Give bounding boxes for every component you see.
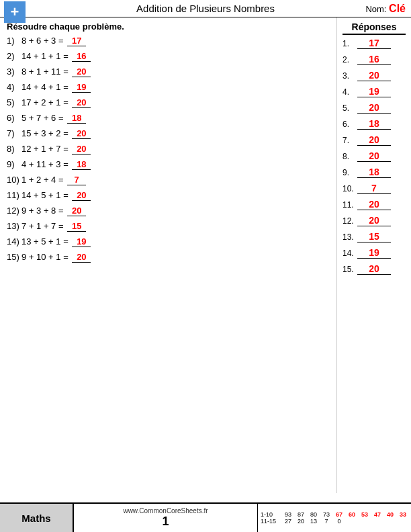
- answer-row: 3. 20: [342, 70, 406, 81]
- footer-page: 1: [162, 515, 169, 529]
- answer-row: 13. 15: [342, 231, 406, 242]
- problem-row: 7) 15 + 3 + 2 = 20: [7, 128, 330, 139]
- problem-text: 1 + 2 + 4 = 7: [21, 175, 86, 185]
- problem-row: 15) 9 + 10 + 1 = 20: [7, 252, 330, 263]
- problem-number: 11): [7, 190, 21, 200]
- problem-number: 14): [7, 236, 21, 247]
- problem-row: 12) 9 + 3 + 8 = 20: [7, 206, 330, 216]
- answers-title: Réponses: [342, 21, 406, 35]
- problem-answer: 16: [72, 51, 91, 62]
- problem-number: 15): [7, 252, 21, 262]
- answer-value: 17: [357, 38, 391, 49]
- problem-row: 11) 14 + 5 + 1 = 20: [7, 190, 330, 201]
- answer-value: 20: [357, 102, 391, 114]
- problem-answer: 20: [67, 206, 86, 216]
- footer-maths-label: Maths: [0, 504, 74, 532]
- answer-number: 13.: [342, 232, 357, 242]
- answer-row: 2. 16: [342, 54, 406, 65]
- problem-row: 2) 14 + 1 + 1 = 16: [7, 51, 330, 62]
- answer-value: 15: [357, 231, 391, 242]
- nom-label: Nom: Clé: [365, 3, 406, 15]
- problem-text: 5 + 7 + 6 = 18: [21, 113, 86, 124]
- problem-text: 14 + 1 + 1 = 16: [21, 51, 91, 62]
- problem-text: 8 + 6 + 3 = 17: [21, 36, 86, 46]
- problem-number: 1): [7, 36, 21, 46]
- problem-row: 10) 1 + 2 + 4 = 7: [7, 175, 330, 185]
- problem-answer: 7: [67, 175, 86, 185]
- problem-row: 1) 8 + 6 + 3 = 17: [7, 36, 330, 46]
- answer-number: 15.: [342, 265, 357, 274]
- problem-text: 9 + 3 + 8 = 20: [21, 206, 86, 216]
- problem-answer: 17: [67, 36, 86, 46]
- problem-answer: 19: [72, 236, 91, 247]
- problem-text: 4 + 11 + 3 = 18: [21, 159, 91, 170]
- footer-stats: 1-10 93 87 80 73 67 60 53 47 40 33 11-15…: [257, 504, 411, 532]
- cle-label: Clé: [389, 3, 406, 14]
- problem-row: 14) 13 + 5 + 1 = 19: [7, 236, 330, 247]
- problem-number: 13): [7, 221, 21, 231]
- answer-row: 1. 17: [342, 38, 406, 49]
- answer-number: 10.: [342, 184, 357, 193]
- answer-number: 9.: [342, 168, 357, 177]
- answer-number: 1.: [342, 39, 357, 48]
- answer-value: 20: [357, 215, 391, 226]
- answer-row: 12. 20: [342, 215, 406, 226]
- problem-number: 5): [7, 97, 21, 107]
- problem-answer: 20: [72, 97, 91, 108]
- answer-number: 2.: [342, 55, 357, 64]
- answer-row: 14. 19: [342, 247, 406, 259]
- main-content: Résoudre chaque problème. 1) 8 + 6 + 3 =…: [0, 17, 411, 493]
- instruction-text: Résoudre chaque problème.: [7, 21, 330, 32]
- answer-value: 19: [357, 86, 391, 97]
- problem-row: 4) 14 + 4 + 1 = 19: [7, 82, 330, 93]
- logo-icon: [4, 1, 26, 23]
- answer-number: 5.: [342, 103, 357, 113]
- answer-value: 20: [357, 134, 391, 146]
- problem-row: 3) 8 + 1 + 11 = 20: [7, 66, 330, 77]
- problem-text: 7 + 1 + 7 = 15: [21, 221, 86, 232]
- problem-row: 6) 5 + 7 + 6 = 18: [7, 113, 330, 124]
- problem-text: 17 + 2 + 1 = 20: [21, 97, 91, 108]
- answer-number: 6.: [342, 120, 357, 129]
- answer-row: 8. 20: [342, 150, 406, 162]
- answer-row: 4. 19: [342, 86, 406, 97]
- answer-number: 14.: [342, 249, 357, 258]
- answer-row: 9. 18: [342, 167, 406, 178]
- problem-answer: 18: [67, 113, 86, 124]
- answers-list: 1. 17 2. 16 3. 20 4. 19 5. 20 6. 18 7. 2…: [342, 38, 406, 275]
- problem-number: 4): [7, 82, 21, 92]
- answer-number: 8.: [342, 152, 357, 161]
- problem-row: 13) 7 + 1 + 7 = 15: [7, 221, 330, 232]
- answer-row: 15. 20: [342, 263, 406, 275]
- problem-number: 10): [7, 175, 21, 185]
- answer-value: 16: [357, 54, 391, 65]
- problem-row: 8) 12 + 1 + 7 = 20: [7, 144, 330, 154]
- answer-row: 6. 18: [342, 118, 406, 130]
- problem-text: 12 + 1 + 7 = 20: [21, 144, 91, 154]
- problem-number: 7): [7, 128, 21, 138]
- stats-row-1: 1-10 93 87 80 73 67 60 53 47 40 33: [261, 511, 408, 518]
- answer-row: 11. 20: [342, 199, 406, 210]
- problem-answer: 20: [72, 252, 91, 263]
- problem-text: 8 + 1 + 11 = 20: [21, 66, 91, 77]
- problem-answer: 20: [72, 128, 91, 139]
- problem-answer: 19: [72, 82, 91, 93]
- answers-section: Réponses 1. 17 2. 16 3. 20 4. 19 5. 20 6…: [337, 17, 411, 493]
- answer-value: 18: [357, 167, 391, 178]
- problem-number: 9): [7, 159, 21, 169]
- problem-answer: 20: [72, 66, 91, 77]
- answer-number: 4.: [342, 87, 357, 97]
- answer-value: 18: [357, 118, 391, 130]
- problems-section: Résoudre chaque problème. 1) 8 + 6 + 3 =…: [0, 17, 337, 493]
- problem-row: 5) 17 + 2 + 1 = 20: [7, 97, 330, 108]
- answer-number: 7.: [342, 136, 357, 145]
- answer-value: 20: [357, 150, 391, 162]
- problem-number: 3): [7, 66, 21, 77]
- answer-value: 20: [357, 199, 391, 210]
- problem-text: 14 + 4 + 1 = 19: [21, 82, 91, 93]
- problem-number: 8): [7, 144, 21, 154]
- footer: Maths www.CommonCoreSheets.fr 1 1-10 93 …: [0, 502, 411, 532]
- problem-text: 14 + 5 + 1 = 20: [21, 190, 91, 201]
- problem-text: 13 + 5 + 1 = 19: [21, 236, 91, 247]
- answer-row: 10. 7: [342, 183, 406, 194]
